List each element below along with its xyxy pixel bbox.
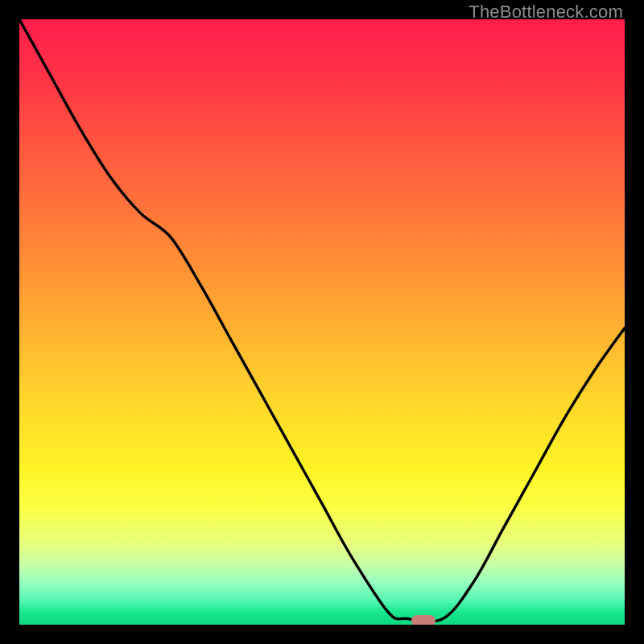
chart-frame: TheBottleneck.com <box>0 0 644 644</box>
valley-marker <box>411 615 436 625</box>
bottleneck-curve <box>19 19 625 621</box>
watermark-label: TheBottleneck.com <box>469 2 623 23</box>
curve-layer <box>19 19 625 625</box>
plot-area <box>19 19 625 625</box>
